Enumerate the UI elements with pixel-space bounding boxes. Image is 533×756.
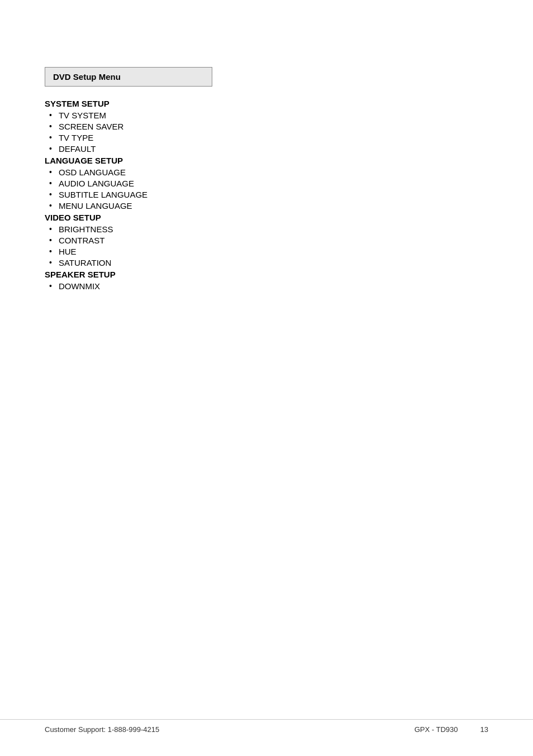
list-item: DEFAULT xyxy=(45,144,488,154)
footer: Customer Support: 1-888-999-4215 GPX - T… xyxy=(0,719,533,734)
section-heading-video: VIDEO SETUP xyxy=(45,213,488,222)
list-item: HUE xyxy=(45,247,488,256)
section-video-setup: VIDEO SETUP BRIGHTNESS CONTRAST HUE SATU… xyxy=(45,213,488,267)
page-number: 13 xyxy=(480,725,488,734)
customer-support: Customer Support: 1-888-999-4215 xyxy=(45,725,159,734)
list-item: TV TYPE xyxy=(45,133,488,142)
section-heading-language: LANGUAGE SETUP xyxy=(45,156,488,165)
list-item: SATURATION xyxy=(45,258,488,267)
list-item: CONTRAST xyxy=(45,236,488,245)
section-language-setup: LANGUAGE SETUP OSD LANGUAGE AUDIO LANGUA… xyxy=(45,156,488,210)
list-item: OSD LANGUAGE xyxy=(45,168,488,177)
list-item: AUDIO LANGUAGE xyxy=(45,179,488,188)
page-content: DVD Setup Menu SYSTEM SETUP TV SYSTEM SC… xyxy=(0,0,533,337)
section-speaker-list: DOWNMIX xyxy=(45,281,488,291)
dvd-setup-box: DVD Setup Menu xyxy=(45,67,212,87)
section-heading-speaker: SPEAKER SETUP xyxy=(45,270,488,279)
section-system-setup: SYSTEM SETUP TV SYSTEM SCREEN SAVER TV T… xyxy=(45,99,488,154)
section-language-list: OSD LANGUAGE AUDIO LANGUAGE SUBTITLE LAN… xyxy=(45,168,488,210)
footer-right: GPX - TD930 13 xyxy=(415,725,488,734)
model-name: GPX - TD930 xyxy=(415,725,458,734)
dvd-setup-title: DVD Setup Menu xyxy=(53,72,121,82)
sections-container: SYSTEM SETUP TV SYSTEM SCREEN SAVER TV T… xyxy=(45,99,488,291)
list-item: SUBTITLE LANGUAGE xyxy=(45,190,488,199)
list-item: MENU LANGUAGE xyxy=(45,201,488,210)
section-video-list: BRIGHTNESS CONTRAST HUE SATURATION xyxy=(45,224,488,267)
section-heading-system: SYSTEM SETUP xyxy=(45,99,488,108)
list-item: DOWNMIX xyxy=(45,281,488,291)
list-item: BRIGHTNESS xyxy=(45,224,488,234)
section-system-list: TV SYSTEM SCREEN SAVER TV TYPE DEFAULT xyxy=(45,111,488,154)
list-item: SCREEN SAVER xyxy=(45,122,488,131)
section-speaker-setup: SPEAKER SETUP DOWNMIX xyxy=(45,270,488,291)
list-item: TV SYSTEM xyxy=(45,111,488,120)
